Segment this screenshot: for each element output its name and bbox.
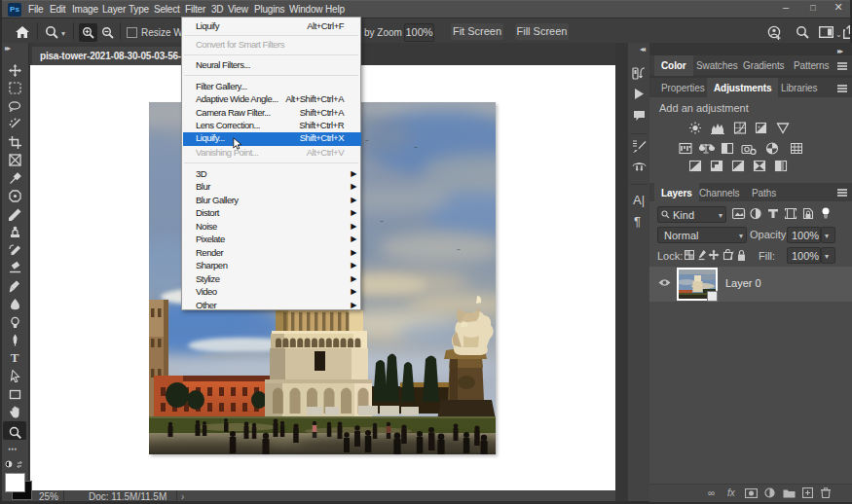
svg-text:+: +: [758, 124, 760, 129]
